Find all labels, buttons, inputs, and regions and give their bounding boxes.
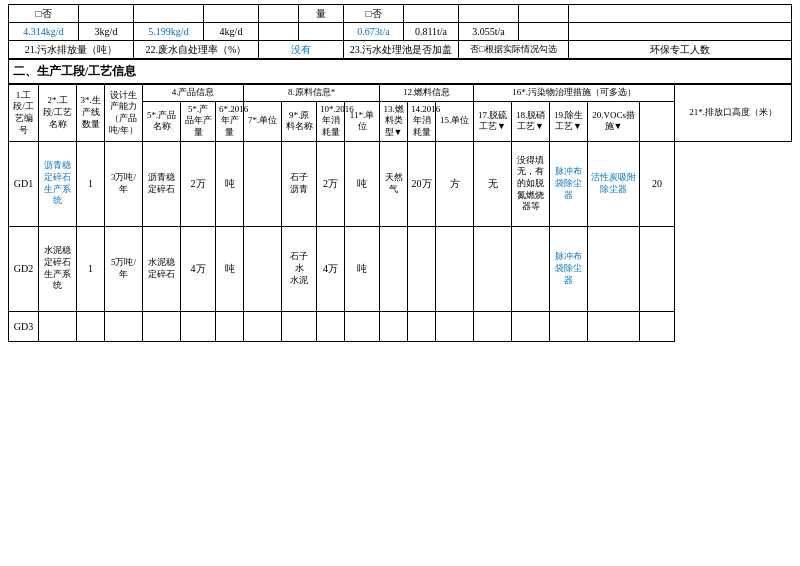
- top-r1-c2: [79, 5, 134, 23]
- row-gd2-rawconsump: 4万: [317, 226, 345, 311]
- row-gd3-rawunit2: [345, 311, 380, 341]
- top-r2-c10: [569, 23, 792, 41]
- row-gd3-vocs: [588, 311, 640, 341]
- row-gd1-unit1: 吨: [216, 141, 244, 226]
- col-h-capacity: 设计生产能力（产品吨/年）: [105, 85, 143, 142]
- label-pool-cover: 23.污水处理池是否加盖: [344, 41, 459, 59]
- row-gd3-name: [39, 311, 77, 341]
- row-gd3-rawconsump: [317, 311, 345, 341]
- top-r2-c5: [259, 23, 299, 41]
- top-r2-t/a-2: 0.811t/a: [404, 23, 459, 41]
- row-gd2-name: 水泥稳定碎石生产系统: [39, 226, 77, 311]
- col-h-prod2016: 6*.2016年产量: [216, 101, 244, 141]
- row-gd3-dust: [550, 311, 588, 341]
- row-gd1-dust: 脉冲布袋除尘器: [550, 141, 588, 226]
- col-h-fuelamt: 14.2016年消耗量: [408, 101, 436, 141]
- top-row-2: 4.314kg/d 3kg/d 5.199kg/d 4kg/d 0.673t/a…: [9, 23, 792, 41]
- top-r1-c6: 量: [299, 5, 344, 23]
- section2-title: 二、生产工段/工艺信息: [8, 59, 792, 84]
- top-r2-t/a-3: 3.055t/a: [459, 23, 519, 41]
- col-h-workid: 1.工段/工艺编号: [9, 85, 39, 142]
- col-h-rawname: 9*.原料名称: [282, 101, 317, 141]
- top-row-3: 21.污水排放量（吨） 22.废水自处理率（%） 没有 23.污水处理池是否加盖…: [9, 41, 792, 59]
- row-gd2-denitro: [512, 226, 550, 311]
- col-h-dust: 19.除生工艺▼: [550, 101, 588, 141]
- col-h-product-group: 4.产品信息: [143, 85, 244, 102]
- top-r2-c9: [519, 23, 569, 41]
- table-row: GD3: [9, 311, 792, 341]
- row-gd2-unit1: 吨: [216, 226, 244, 311]
- row-gd1-vocs: 活性炭吸附除尘器: [588, 141, 640, 226]
- row-gd3-height: [640, 311, 675, 341]
- row-gd1-name: 沥青稳定碎石生产系统: [39, 141, 77, 226]
- col-h-pollution-group: 16*.污染物治理措施（可多选）: [474, 85, 675, 102]
- top-r2-c4: 4kg/d: [204, 23, 259, 41]
- row-gd1-fuelunit: 方: [436, 141, 474, 226]
- top-r1-c8: [404, 5, 459, 23]
- top-r2-c3: 5.199kg/d: [134, 23, 204, 41]
- row-gd2-capacity: 5万吨/年: [105, 226, 143, 311]
- col-h-workname: 2*.工段/工艺名称: [39, 85, 77, 142]
- row-gd3-product: [143, 311, 181, 341]
- row-gd1-annual: 2万: [181, 141, 216, 226]
- col-h-desulfur: 17.脱硫工艺▼: [474, 101, 512, 141]
- col-h-raw2016: 10*.2016年消耗量: [317, 101, 345, 141]
- row-gd3-denitro: [512, 311, 550, 341]
- row-gd2-dust: 脉冲布袋除尘器: [550, 226, 588, 311]
- top-r1-c4: [204, 5, 259, 23]
- row-gd3-fuelunit: [436, 311, 474, 341]
- row-gd2-unit-raw: [244, 226, 282, 311]
- col-h-denitro: 18.脱硝工艺▼: [512, 101, 550, 141]
- col-h-prodname: 5*.产品名称: [143, 101, 181, 141]
- row-gd2-rawmat: 石子 水 水泥: [282, 226, 317, 311]
- row-gd1-lines: 1: [77, 141, 105, 226]
- top-r1-c7: □否: [344, 5, 404, 23]
- row-gd3-fueltype: [380, 311, 408, 341]
- col-h-prodannual: 5*.产品年产量: [181, 101, 216, 141]
- row-gd1-rawmat: 石子 沥青: [282, 141, 317, 226]
- row-gd1-capacity: 3万吨/年: [105, 141, 143, 226]
- row-gd2-height: [640, 226, 675, 311]
- prod-header-1: 1.工段/工艺编号 2*.工段/工艺名称 3*.生产线数量 设计生产能力（产品吨…: [9, 85, 792, 102]
- label-env-staff: 环保专工人数: [569, 41, 792, 59]
- row-gd1-desulfur: 无: [474, 141, 512, 226]
- top-r2-t/a-1: 0.673t/a: [344, 23, 404, 41]
- production-table: 1.工段/工艺编号 2*.工段/工艺名称 3*.生产线数量 设计生产能力（产品吨…: [8, 84, 792, 342]
- top-r1-c9: [459, 5, 519, 23]
- row-gd3-rawmat: [282, 311, 317, 341]
- top-r1-c10: [519, 5, 569, 23]
- row-gd2-annual: 4万: [181, 226, 216, 311]
- row-gd1-product: 沥青稳定碎石: [143, 141, 181, 226]
- row-gd3-lines: [77, 311, 105, 341]
- top-section-table: □否 量 □否 4.314kg/d 3kg/d 5.199kg/d 4kg/d: [8, 4, 792, 59]
- val-waste-rate: 没有: [259, 41, 344, 59]
- label-waste-rate: 22.废水自处理率（%）: [134, 41, 259, 59]
- row-gd2-id: GD2: [9, 226, 39, 311]
- row-gd2-fuelamt: [408, 226, 436, 311]
- row-gd1-height: 20: [640, 141, 675, 226]
- row-gd2-product: 水泥稳定碎石: [143, 226, 181, 311]
- row-gd2-lines: 1: [77, 226, 105, 311]
- row-gd3-fuelamt: [408, 311, 436, 341]
- row-gd1-rawunit2: 吨: [345, 141, 380, 226]
- row-gd3-unit-raw: [244, 311, 282, 341]
- row-gd1-id: GD1: [9, 141, 39, 226]
- top-r1-c1: □否: [9, 5, 79, 23]
- row-gd3-capacity: [105, 311, 143, 341]
- top-row-1: □否 量 □否: [9, 5, 792, 23]
- row-gd2-fuelunit: [436, 226, 474, 311]
- top-r2-c6: [299, 23, 344, 41]
- row-gd2-rawunit2: 吨: [345, 226, 380, 311]
- col-h-rawunit: 7*.单位: [244, 101, 282, 141]
- row-gd1-rawconsump: 2万: [317, 141, 345, 226]
- row-gd1-denitro: 没得填无，有的如脱氮燃烧器等: [512, 141, 550, 226]
- label-sewage: 21.污水排放量（吨）: [9, 41, 134, 59]
- col-h-vocs: 20.VOCs措施▼: [588, 101, 640, 141]
- row-gd2-vocs: [588, 226, 640, 311]
- col-h-fuel-group: 12.燃料信息: [380, 85, 474, 102]
- table-row: GD2 水泥稳定碎石生产系统 1 5万吨/年 水泥稳定碎石 4万 吨 石子 水 …: [9, 226, 792, 311]
- col-h-lines: 3*.生产线数量: [77, 85, 105, 142]
- row-gd3-unit1: [216, 311, 244, 341]
- col-h-rawmat-group: 8.原料信息*: [244, 85, 380, 102]
- row-gd2-desulfur: [474, 226, 512, 311]
